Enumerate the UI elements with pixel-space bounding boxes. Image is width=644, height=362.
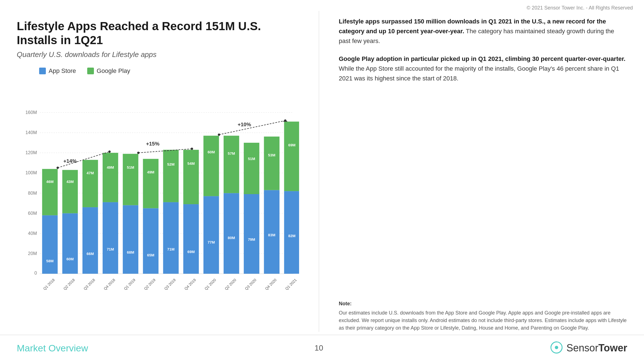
bar-appstore-12 <box>284 191 299 274</box>
appstore-label: App Store <box>49 67 76 75</box>
bar-appstore-8 <box>203 196 219 274</box>
svg-point-66 <box>218 134 220 136</box>
svg-text:71M: 71M <box>167 247 174 251</box>
tower-text: Tower <box>598 342 627 354</box>
svg-text:65M: 65M <box>147 253 154 257</box>
svg-text:60M: 60M <box>67 257 74 261</box>
svg-point-58 <box>56 166 59 169</box>
svg-text:69M: 69M <box>288 143 295 147</box>
bar-googleplay-9 <box>224 136 239 193</box>
bar-appstore-10 <box>244 194 259 274</box>
appstore-color-box <box>39 68 46 74</box>
svg-text:160M: 160M <box>25 110 37 115</box>
bar-appstore-5 <box>143 208 158 273</box>
svg-text:69M: 69M <box>188 250 195 254</box>
paragraph-2-bold: Google Play adoption in particular picke… <box>339 55 626 62</box>
legend-googleplay: Google Play <box>87 67 130 75</box>
sensor-text: Sensor <box>567 342 598 354</box>
svg-text:79M: 79M <box>248 237 255 242</box>
bar-googleplay-1 <box>62 170 78 213</box>
googleplay-color-box <box>87 68 94 74</box>
svg-text:49M: 49M <box>147 170 154 174</box>
svg-text:71M: 71M <box>107 247 114 251</box>
svg-text:Q3 2020: Q3 2020 <box>244 278 257 291</box>
svg-point-71 <box>555 346 558 349</box>
svg-text:+15%: +15% <box>146 141 159 147</box>
bar-googleplay-5 <box>143 159 158 208</box>
svg-text:Q3 2018: Q3 2018 <box>83 278 96 291</box>
svg-text:80M: 80M <box>228 236 235 240</box>
bar-googleplay-2 <box>82 160 98 207</box>
svg-text:0: 0 <box>34 270 37 275</box>
chart-subtitle: Quarterly U.S. downloads for Lifestyle a… <box>17 50 299 59</box>
svg-text:Q1 2021: Q1 2021 <box>285 278 298 291</box>
bar-googleplay-11 <box>264 137 280 190</box>
svg-text:100M: 100M <box>25 170 37 175</box>
right-panel: Lifestyle apps surpassed 150 million dow… <box>328 11 627 332</box>
footer-logo: SensorTower <box>550 341 627 355</box>
svg-text:51M: 51M <box>248 157 255 161</box>
bar-appstore-11 <box>264 190 280 273</box>
svg-text:Q2 2019: Q2 2019 <box>143 278 157 291</box>
svg-text:Q2 2020: Q2 2020 <box>224 278 237 291</box>
svg-text:120M: 120M <box>25 150 37 155</box>
svg-text:80M: 80M <box>28 190 37 195</box>
googleplay-label: Google Play <box>97 67 130 75</box>
svg-text:57M: 57M <box>228 151 235 156</box>
svg-point-59 <box>108 151 111 153</box>
paragraph-2: Google Play adoption in particular picke… <box>339 54 627 84</box>
svg-text:+10%: +10% <box>238 122 251 127</box>
bar-googleplay-3 <box>103 153 118 202</box>
bar-googleplay-8 <box>203 136 219 196</box>
svg-text:51M: 51M <box>127 165 134 170</box>
svg-text:83M: 83M <box>268 233 275 237</box>
svg-text:20M: 20M <box>28 251 37 256</box>
market-overview-label: Market Overview <box>17 343 88 354</box>
paragraph-2-rest: While the App Store still accounted for … <box>339 65 619 82</box>
svg-text:Q4 2020: Q4 2020 <box>264 278 277 291</box>
svg-text:54M: 54M <box>188 161 195 166</box>
svg-text:Q1 2020: Q1 2020 <box>204 278 217 291</box>
bar-googleplay-10 <box>244 143 259 194</box>
chart-legend: App Store Google Play <box>39 67 299 75</box>
svg-text:52M: 52M <box>167 162 174 166</box>
chart-title: Lifestyle Apps Reached a Record 151M U.S… <box>17 19 299 47</box>
bar-appstore-3 <box>103 202 118 274</box>
bar-googleplay-6 <box>163 150 179 202</box>
svg-marker-69 <box>283 119 287 122</box>
bar-appstore-1 <box>62 213 78 273</box>
legend-appstore: App Store <box>39 67 76 75</box>
bar-googleplay-0 <box>42 169 58 215</box>
bar-appstore-7 <box>183 204 199 274</box>
sensortower-branding: SensorTower <box>550 341 627 355</box>
copyright-text: © 2021 Sensor Tower Inc. - All Rights Re… <box>527 5 633 11</box>
svg-text:58M: 58M <box>46 259 54 263</box>
svg-text:46M: 46M <box>46 180 54 184</box>
svg-text:Q2 2018: Q2 2018 <box>63 278 76 291</box>
svg-text:Q3 2019: Q3 2019 <box>164 278 177 291</box>
note-text: Our estimates include U.S. downloads fro… <box>339 309 627 332</box>
page-number: 10 <box>314 344 323 353</box>
sensortower-icon <box>550 341 563 355</box>
svg-text:60M: 60M <box>28 210 37 215</box>
svg-text:68M: 68M <box>127 250 134 254</box>
vertical-divider <box>319 11 319 332</box>
chart-area: 160M 140M 120M 100M 80M 60M 40M 20M 0 58… <box>17 77 299 332</box>
svg-text:49M: 49M <box>107 165 114 170</box>
svg-point-62 <box>137 152 139 154</box>
bar-googleplay-12 <box>284 122 299 191</box>
bar-googleplay-4 <box>123 154 138 205</box>
svg-text:47M: 47M <box>87 171 94 175</box>
bar-appstore-0 <box>42 215 58 274</box>
bar-chart-svg: 160M 140M 120M 100M 80M 60M 40M 20M 0 58… <box>17 77 299 332</box>
note-title: Note: <box>339 300 627 308</box>
paragraph-1: Lifestyle apps surpassed 150 million dow… <box>339 16 627 46</box>
bar-appstore-6 <box>163 202 179 274</box>
sensortower-name: SensorTower <box>567 342 627 354</box>
bar-appstore-4 <box>123 205 138 273</box>
svg-text:43M: 43M <box>67 180 74 184</box>
svg-text:82M: 82M <box>288 234 295 238</box>
svg-text:Q1 2018: Q1 2018 <box>42 278 56 291</box>
svg-text:Q4 2018: Q4 2018 <box>103 278 116 291</box>
right-panel-content: Lifestyle apps surpassed 150 million dow… <box>339 16 627 91</box>
